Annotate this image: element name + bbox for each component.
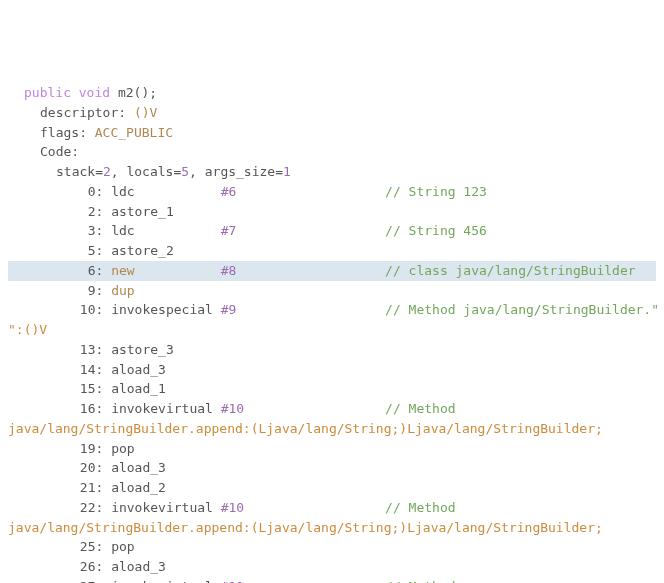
bytecode-line: 9: dup xyxy=(8,281,656,301)
bytecode-line: 14: aload_3 xyxy=(8,360,656,380)
bytecode-wrap: ":()V xyxy=(8,320,656,340)
descriptor: descriptor: ()V xyxy=(8,103,656,123)
stack-info: stack=2, locals=5, args_size=1 xyxy=(8,162,656,182)
bytecode-line: 13: astore_3 xyxy=(8,340,656,360)
bytecode-wrap: java/lang/StringBuilder.append:(Ljava/la… xyxy=(8,419,656,439)
flags: flags: ACC_PUBLIC xyxy=(8,123,656,143)
bytecode-line: 25: pop xyxy=(8,537,656,557)
bytecode-line: 16: invokevirtual #10 // Method xyxy=(8,399,656,419)
bytecode-line: 21: aload_2 xyxy=(8,478,656,498)
bytecode-line: 2: astore_1 xyxy=(8,202,656,222)
bytecode-line: 5: astore_2 xyxy=(8,241,656,261)
bytecode-line: 27: invokevirtual #11 // Method xyxy=(8,577,656,583)
bytecode-line: 15: aload_1 xyxy=(8,379,656,399)
code-label: Code: xyxy=(8,142,656,162)
bytecode-line: 3: ldc #7 // String 456 xyxy=(8,221,656,241)
bytecode-line: 10: invokespecial #9 // Method java/lang… xyxy=(8,300,656,320)
bytecode-line: 0: ldc #6 // String 123 xyxy=(8,182,656,202)
bytecode-listing: public void m2();descriptor: ()Vflags: A… xyxy=(8,83,656,583)
bytecode-line: 6: new #8 // class java/lang/StringBuild… xyxy=(8,261,656,281)
bytecode-line: 20: aload_3 xyxy=(8,458,656,478)
bytecode-wrap: java/lang/StringBuilder.append:(Ljava/la… xyxy=(8,518,656,538)
method-signature: public void m2(); xyxy=(8,83,656,103)
bytecode-line: 19: pop xyxy=(8,439,656,459)
bytecode-line: 22: invokevirtual #10 // Method xyxy=(8,498,656,518)
bytecode-line: 26: aload_3 xyxy=(8,557,656,577)
